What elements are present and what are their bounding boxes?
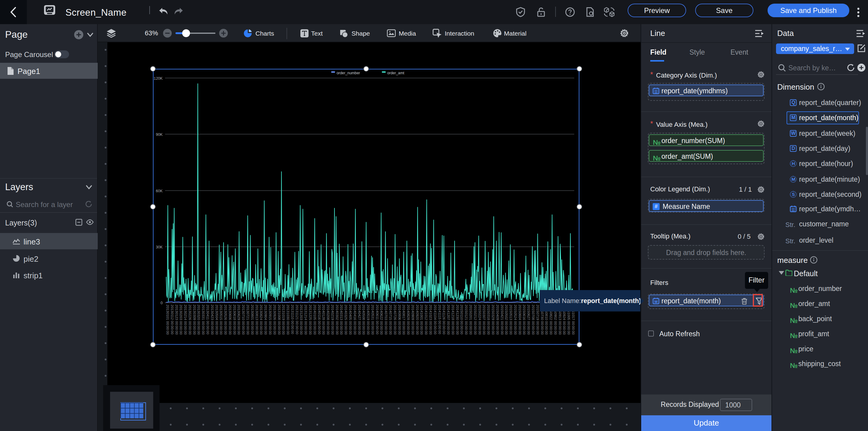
svg-text:M: M bbox=[654, 299, 658, 304]
